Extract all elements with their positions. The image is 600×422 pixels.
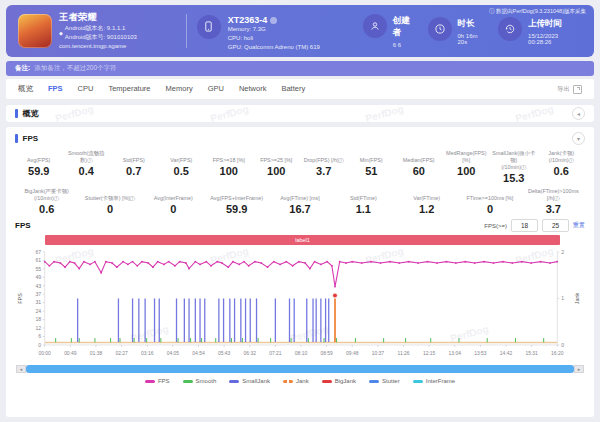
- svg-text:16:20: 16:20: [551, 351, 564, 356]
- stat-value: 100: [443, 165, 491, 177]
- stat-label: Std(FPS): [110, 150, 158, 164]
- svg-text:14:42: 14:42: [500, 351, 513, 356]
- svg-text:12:15: 12:15: [423, 351, 436, 356]
- stat-value: 0.6: [538, 165, 586, 177]
- legend-item-jank[interactable]: Jank: [283, 378, 309, 384]
- android-version-code: Android版本号: 901010103: [65, 33, 137, 42]
- collapse-fps-button[interactable]: ▾: [572, 132, 585, 145]
- svg-text:0: 0: [561, 342, 564, 348]
- stat-value: 59.9: [15, 165, 63, 177]
- legend-item-smooth[interactable]: Smooth: [183, 378, 217, 384]
- svg-text:55: 55: [36, 266, 42, 272]
- svg-text:08:10: 08:10: [295, 351, 308, 356]
- stat-item-7: FTime>=100ms [%]0: [458, 188, 521, 215]
- stat-value: 0.6: [15, 203, 78, 215]
- scroll-right-button[interactable]: ▸: [574, 365, 584, 373]
- svg-text:13:53: 13:53: [474, 351, 487, 356]
- section-accent-bar: [15, 109, 18, 118]
- tab-fps[interactable]: FPS: [48, 84, 63, 94]
- stat-item-10: SmallJank(微小卡顿) (/10min)ⓘ15.3: [490, 150, 538, 184]
- svg-text:09:48: 09:48: [346, 351, 359, 356]
- collapse-overview-button[interactable]: ◂: [572, 107, 585, 120]
- phone-icon: [197, 15, 221, 39]
- stat-item-5: FPS>=25 [%]100: [253, 150, 301, 184]
- reset-link[interactable]: 重置: [573, 221, 585, 230]
- tab-gpu[interactable]: GPU: [208, 84, 224, 94]
- stat-value: 16.7: [268, 203, 331, 215]
- export-button[interactable]: 导出: [557, 85, 582, 94]
- tab-battery[interactable]: Battery: [281, 84, 305, 94]
- legend-item-interframe[interactable]: InterFrame: [413, 378, 455, 384]
- fps-threshold-input-2[interactable]: [542, 219, 569, 232]
- svg-text:01:38: 01:38: [90, 351, 103, 356]
- overview-section-header: 概览 ◂: [6, 105, 594, 122]
- tabs-container: 概览FPSCPUTemperatureMemoryGPUNetworkBatte…: [18, 84, 557, 94]
- stat-label: Var(FPS): [158, 150, 206, 164]
- legend-item-fps[interactable]: FPS: [145, 378, 170, 384]
- stat-value: 15.3: [490, 172, 538, 184]
- svg-text:67: 67: [36, 249, 42, 255]
- stat-value: 1.2: [395, 203, 458, 215]
- stat-value: 0.4: [63, 165, 111, 177]
- scrollbar-track[interactable]: [26, 365, 574, 373]
- legend-swatch: [413, 380, 423, 383]
- android-version-name: Android版本名: 9.1.1.1: [65, 24, 137, 33]
- stat-item-1: Stutter(卡顿率) [%]ⓘ0: [78, 188, 141, 215]
- stat-label: Median(FPS): [395, 150, 443, 164]
- device-badge-icon: [270, 17, 277, 24]
- legend-label: BigJank: [335, 378, 356, 384]
- stat-item-4: Avg(FTime) [ms]16.7: [268, 188, 331, 215]
- chart-scrollbar[interactable]: ◂ ▸: [16, 365, 584, 373]
- stat-label: SmallJank(微小卡顿) (/10min)ⓘ: [490, 150, 538, 171]
- history-clock-icon: [498, 17, 522, 41]
- legend-item-bigjank[interactable]: BigJank: [322, 378, 356, 384]
- stat-item-3: Avg(FPS+InterFrame)59.9: [205, 188, 268, 215]
- stat-item-2: Std(FPS)0.7: [110, 150, 158, 184]
- duration-block: 时长 0h 16m 20s: [428, 17, 489, 45]
- stat-item-8: Delta(FTime)>100ms [/h]ⓘ3.7: [522, 188, 585, 215]
- stat-value: 0.7: [110, 165, 158, 177]
- device-memory: Memory: 7.3G: [228, 25, 320, 34]
- note-input[interactable]: 备注: 添加备注，不超过200个字符: [6, 61, 594, 76]
- svg-text:Jank: Jank: [574, 293, 580, 305]
- stat-item-7: Min(FPS)51: [348, 150, 396, 184]
- tab-network[interactable]: Network: [239, 84, 267, 94]
- stat-item-9: MedRange(FPS)[%]100: [443, 150, 491, 184]
- legend-item-smalljank[interactable]: SmallJank: [229, 378, 270, 384]
- fps-threshold-input-1[interactable]: [511, 219, 538, 232]
- scrollbar-thumb[interactable]: [26, 365, 574, 373]
- fullscreen-icon[interactable]: [573, 85, 582, 94]
- fps-section: FPS ▾ Avg(FPS)59.9Smooth(流畅指数)ⓘ0.4Std(FP…: [6, 127, 594, 417]
- stat-label: Var(FTime): [395, 188, 458, 202]
- svg-text:61: 61: [36, 257, 42, 263]
- svg-text:06:32: 06:32: [244, 351, 257, 356]
- chart-title: FPS: [15, 221, 484, 230]
- fps-threshold-filter: FPS(>=) 重置: [484, 219, 585, 232]
- legend-swatch: [145, 380, 155, 383]
- legend-item-stutter[interactable]: Stutter: [369, 378, 400, 384]
- tab-memory[interactable]: Memory: [166, 84, 193, 94]
- stat-label: Avg(InterFrame): [142, 188, 205, 202]
- scroll-left-button[interactable]: ◂: [16, 365, 26, 373]
- stat-value: 0: [78, 203, 141, 215]
- tab-temperature[interactable]: Temperature: [108, 84, 150, 94]
- chart-label-band: label1: [45, 235, 560, 245]
- legend-label: FPS: [158, 378, 170, 384]
- creator-value: 6 6: [393, 42, 418, 48]
- svg-text:FPS: FPS: [17, 293, 23, 304]
- fps-chart[interactable]: 6761554943373124181260210FPSJank00:0000:…: [15, 246, 585, 365]
- stat-value: 100: [253, 165, 301, 177]
- stat-label: Smooth(流畅指数)ⓘ: [63, 150, 111, 164]
- stat-value: 3.7: [300, 165, 348, 177]
- tab-cpu[interactable]: CPU: [78, 84, 94, 94]
- legend-label: InterFrame: [426, 378, 455, 384]
- game-app-icon: [18, 14, 52, 48]
- tab-概览[interactable]: 概览: [18, 84, 33, 94]
- svg-text:03:16: 03:16: [141, 351, 154, 356]
- stat-value: 59.9: [205, 203, 268, 215]
- stat-value: 0: [458, 203, 521, 215]
- stat-item-0: Avg(FPS)59.9: [15, 150, 63, 184]
- diamond-icon: ◆: [59, 30, 63, 36]
- legend-label: SmallJank: [242, 378, 270, 384]
- duration-value: 0h 16m 20s: [458, 33, 489, 45]
